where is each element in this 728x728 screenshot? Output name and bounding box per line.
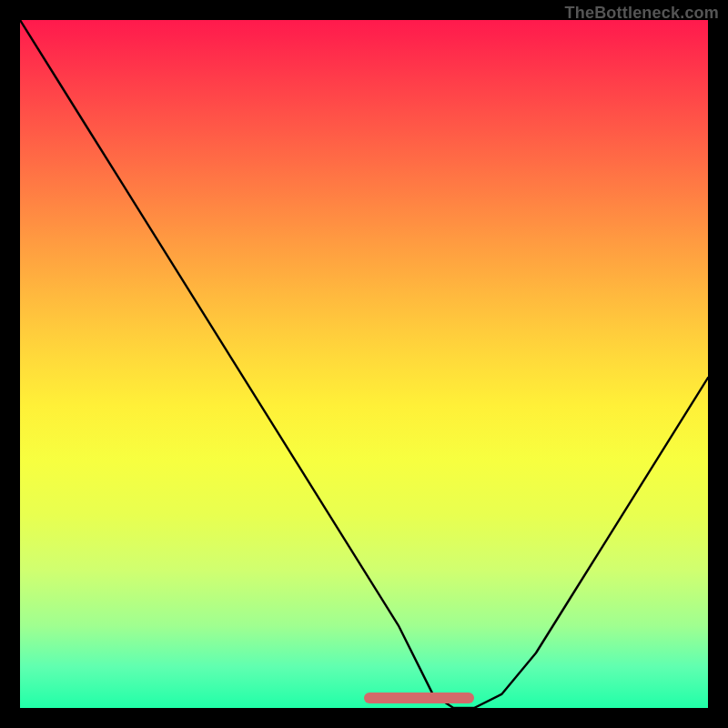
optimal-range-marker [364,693,474,703]
curve-path [20,20,708,708]
watermark-text: TheBottleneck.com [565,4,719,23]
chart-plot-area [20,20,708,708]
bottleneck-curve [20,20,708,708]
